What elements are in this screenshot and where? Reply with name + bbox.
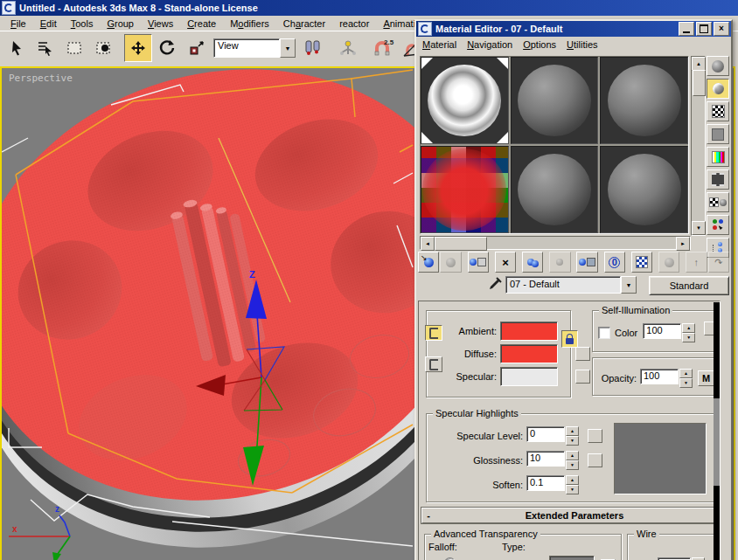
assign-material-button[interactable] — [468, 252, 489, 273]
minimize-button[interactable] — [679, 22, 694, 36]
diffuse-specular-lock-button[interactable] — [425, 356, 442, 372]
reference-coordinate-value[interactable]: View — [213, 38, 280, 58]
material-sample-slot-6[interactable] — [600, 146, 688, 233]
show-end-result-button[interactable] — [658, 252, 679, 273]
opacity-map-button[interactable]: M — [698, 370, 714, 386]
specular-color-swatch[interactable] — [500, 367, 558, 386]
sample-vertical-scrollbar[interactable]: ▲ ▼ — [691, 56, 706, 236]
glossiness-value[interactable]: 10 — [526, 451, 565, 467]
menu-item-group[interactable]: Group — [100, 17, 141, 31]
ambient-diffuse-lock-button[interactable] — [425, 325, 442, 341]
spin-up-button[interactable]: ▲ — [566, 451, 579, 460]
spin-down-button[interactable]: ▼ — [682, 333, 695, 342]
material-type-button[interactable]: Standard — [649, 276, 729, 295]
window-crossing-button[interactable] — [89, 34, 117, 62]
parameters-scroll-thumb[interactable] — [714, 398, 720, 486]
self-illumination-checkbox[interactable] — [598, 327, 610, 339]
diffuse-map-button[interactable] — [575, 347, 590, 361]
select-by-name-button[interactable] — [31, 34, 59, 62]
menu-item-modifiers[interactable]: Modifiers — [223, 17, 276, 31]
scroll-thumb[interactable] — [693, 70, 706, 96]
material-name-value[interactable]: 07 - Default — [505, 276, 621, 294]
specular-level-map-button[interactable] — [588, 429, 602, 443]
go-to-parent-button[interactable]: ↑ — [686, 252, 707, 273]
background-button[interactable] — [707, 101, 729, 121]
spin-up-button[interactable]: ▲ — [682, 323, 695, 333]
scroll-thumb[interactable] — [435, 237, 487, 251]
material-editor-titlebar[interactable]: Material Editor - 07 - Default × — [416, 21, 731, 37]
material-sample-slot-3[interactable] — [600, 57, 688, 144]
select-and-rotate-button[interactable] — [153, 34, 181, 62]
scroll-up-button[interactable]: ▲ — [692, 57, 706, 71]
snap-toggle-button[interactable]: 2.5 — [369, 34, 397, 62]
combo-arrow-icon[interactable]: ▼ — [280, 38, 296, 58]
put-to-library-button[interactable] — [576, 252, 597, 273]
ambient-diffuse-padlock-button[interactable] — [561, 330, 578, 348]
select-and-move-button[interactable] — [124, 34, 152, 62]
sample-type-button[interactable] — [707, 56, 729, 76]
menu-item-views[interactable]: Views — [141, 17, 180, 31]
spin-up-button[interactable]: ▲ — [566, 475, 579, 485]
menu-item-edit[interactable]: Edit — [33, 17, 64, 31]
parameters-scrollbar[interactable] — [714, 302, 720, 560]
menu-item-tools[interactable]: Tools — [64, 17, 101, 31]
show-map-in-viewport-button[interactable] — [631, 252, 652, 273]
pick-material-button[interactable] — [484, 276, 504, 294]
material-sample-slot-2[interactable] — [511, 57, 599, 144]
backlight-button[interactable] — [707, 79, 729, 99]
select-object-button[interactable] — [3, 34, 31, 62]
menu-item-character[interactable]: Character — [276, 17, 332, 31]
menu-item-create[interactable]: Create — [180, 17, 223, 31]
combo-arrow-icon[interactable]: ▼ — [621, 276, 637, 294]
glossiness-map-button[interactable] — [588, 453, 602, 467]
self-illumination-value[interactable]: 100 — [643, 323, 681, 339]
spin-up-button[interactable]: ▲ — [566, 426, 579, 436]
filter-color-swatch[interactable] — [549, 556, 595, 560]
put-material-to-scene-button[interactable] — [440, 252, 461, 273]
material-id-channel-button[interactable]: 0 — [604, 252, 625, 273]
mat-menu-item-options[interactable]: Options — [520, 38, 564, 52]
diffuse-color-swatch[interactable] — [500, 344, 558, 363]
menu-item-reactor[interactable]: reactor — [332, 17, 376, 31]
select-and-scale-button[interactable] — [182, 34, 210, 62]
specular-level-value[interactable]: 0 — [526, 426, 565, 442]
extended-parameters-rollout[interactable]: - Extended Parameters — [421, 508, 715, 523]
go-forward-sibling-button[interactable]: ↷ — [708, 252, 729, 273]
scroll-right-button[interactable]: ► — [676, 237, 690, 251]
material-sample-slot-4[interactable] — [421, 146, 509, 233]
material-name-dropdown[interactable]: 07 - Default ▼ — [505, 276, 637, 294]
reference-coordinate-dropdown[interactable]: View ▼ — [213, 39, 296, 57]
ambient-color-swatch[interactable] — [500, 321, 558, 341]
select-by-material-button[interactable] — [707, 215, 729, 235]
make-material-copy-button[interactable] — [522, 252, 543, 273]
spin-down-button[interactable]: ▼ — [566, 436, 579, 446]
make-unique-button[interactable] — [549, 252, 570, 273]
close-button[interactable]: × — [714, 22, 729, 36]
use-pivot-center-button[interactable] — [299, 34, 327, 62]
get-material-button[interactable]: ↘ — [418, 252, 439, 273]
select-and-manipulate-button[interactable] — [334, 34, 362, 62]
mat-menu-item-material[interactable]: Material — [420, 38, 464, 52]
options-button[interactable] — [707, 192, 729, 212]
soften-value[interactable]: 0.1 — [526, 475, 565, 491]
rectangular-selection-button[interactable] — [60, 34, 88, 62]
mat-menu-item-utilities[interactable]: Utilities — [564, 38, 605, 52]
maximize-button[interactable] — [696, 22, 712, 36]
opacity-value[interactable]: 100 — [640, 369, 679, 384]
reset-map-button[interactable]: × — [495, 252, 516, 273]
spin-up-button[interactable]: ▲ — [679, 369, 693, 378]
mat-menu-item-navigation[interactable]: Navigation — [464, 38, 520, 52]
specular-map-button[interactable] — [575, 370, 590, 384]
make-preview-button[interactable] — [707, 169, 729, 190]
sample-horizontal-scrollbar[interactable]: ◄ ► — [420, 236, 691, 250]
spin-down-button[interactable]: ▼ — [566, 485, 579, 494]
spin-down-button[interactable]: ▼ — [679, 378, 693, 388]
spin-down-button[interactable]: ▼ — [566, 460, 579, 470]
scroll-left-button[interactable]: ◄ — [421, 237, 435, 251]
video-color-check-button[interactable] — [707, 147, 729, 167]
material-sample-slot-5[interactable] — [511, 146, 599, 233]
material-sample-slot-1[interactable] — [421, 57, 509, 144]
scroll-down-button[interactable]: ▼ — [692, 221, 706, 235]
sample-uv-tiling-button[interactable] — [707, 124, 729, 144]
menu-item-file[interactable]: File — [3, 17, 33, 31]
